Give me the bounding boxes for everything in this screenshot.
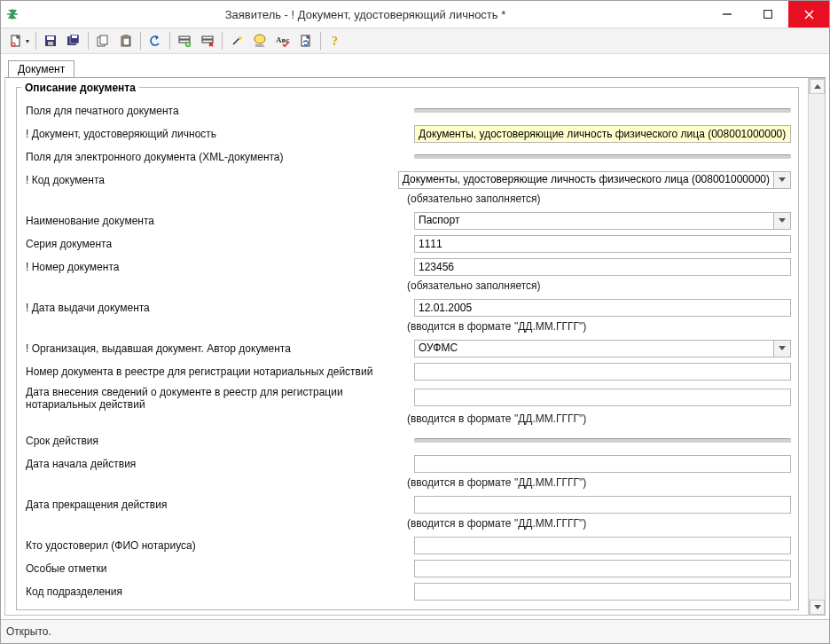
form-container: Описание документа Поля для печатного до… bbox=[4, 78, 826, 616]
issue-date-input[interactable] bbox=[414, 299, 791, 317]
hint-mandatory: (обязательно заполняется) bbox=[407, 279, 791, 295]
label-certifier: Кто удостоверил (ФИО нотариуса) bbox=[26, 539, 414, 552]
svg-rect-19 bbox=[179, 36, 190, 39]
start-date-input[interactable] bbox=[414, 455, 791, 473]
hint-mandatory: (обязательно заполняется) bbox=[407, 192, 791, 208]
label-doc-code: ! Код документа bbox=[26, 174, 398, 186]
svg-rect-18 bbox=[123, 35, 129, 37]
scroll-up-icon[interactable] bbox=[810, 79, 825, 94]
new-doc-button[interactable] bbox=[5, 31, 27, 51]
svg-rect-9 bbox=[47, 36, 54, 40]
svg-point-29 bbox=[254, 35, 265, 43]
doc-name-value: Паспорт bbox=[415, 213, 773, 229]
add-row-button[interactable] bbox=[174, 31, 195, 51]
toolbar: ▾ XML Авс bbox=[1, 28, 829, 54]
label-doc-series: Серия документа bbox=[26, 238, 414, 250]
wand-button[interactable] bbox=[226, 31, 247, 51]
doc-series-input[interactable] bbox=[414, 235, 791, 253]
hint-date-format: (вводится в формате "ДД.ММ.ГГГГ") bbox=[407, 412, 791, 428]
issuer-org-value: ОУФМС bbox=[415, 341, 773, 357]
identity-doc-input[interactable] bbox=[414, 125, 791, 143]
label-doc-number: ! Номер документа bbox=[26, 261, 414, 273]
chevron-down-icon[interactable] bbox=[773, 341, 790, 357]
chevron-down-icon[interactable] bbox=[773, 172, 790, 188]
svg-rect-10 bbox=[48, 42, 53, 45]
save-all-button[interactable] bbox=[63, 31, 84, 51]
doc-code-combo[interactable]: Документы, удостоверяющие личность физич… bbox=[398, 171, 791, 189]
hint-date-format: (вводится в формате "ДД.ММ.ГГГГ") bbox=[407, 476, 791, 492]
paste-button[interactable] bbox=[115, 31, 137, 51]
label-issue-date: ! Дата выдачи документа bbox=[26, 302, 414, 314]
end-date-input[interactable] bbox=[414, 496, 791, 514]
status-text: Открыто. bbox=[6, 625, 51, 638]
label-print-fields: Поля для печатного документа bbox=[26, 105, 414, 117]
tab-document[interactable]: Документ bbox=[8, 60, 74, 78]
special-notes-input[interactable] bbox=[414, 560, 791, 577]
label-special-notes: Особые отметки bbox=[26, 562, 414, 575]
scroll-down-icon[interactable] bbox=[810, 600, 825, 615]
xml-button[interactable]: XML bbox=[249, 31, 270, 51]
label-registry-num: Номер документа в реестре для регистраци… bbox=[26, 365, 414, 378]
delete-row-button[interactable] bbox=[197, 31, 218, 51]
undo-button[interactable] bbox=[145, 31, 166, 51]
outer-scrollbar[interactable] bbox=[810, 79, 825, 615]
svg-text:XML: XML bbox=[254, 43, 264, 48]
label-start-date: Дата начала действия bbox=[26, 458, 414, 470]
window-controls bbox=[707, 1, 829, 27]
svg-rect-15 bbox=[100, 35, 107, 44]
hint-date-format: (вводится в формате "ДД.ММ.ГГГГ") bbox=[407, 320, 791, 336]
doc-name-combo[interactable]: Паспорт bbox=[414, 212, 791, 230]
registry-num-input[interactable] bbox=[414, 363, 791, 381]
status-bar: Открыто. bbox=[1, 619, 829, 643]
svg-rect-25 bbox=[202, 40, 213, 43]
help-button[interactable]: ? bbox=[325, 31, 346, 51]
label-subdiv-code: Код подразделения bbox=[26, 585, 414, 598]
label-xml-fields: Поля для электронного документа (XML-док… bbox=[26, 151, 414, 163]
new-doc-dropdown[interactable]: ▾ bbox=[26, 37, 33, 45]
title-bar: Заявитель - ! Документ, удостоверяющий л… bbox=[1, 1, 829, 28]
label-doc-name: Наименование документа bbox=[26, 215, 414, 227]
copy-button[interactable] bbox=[92, 31, 114, 51]
doc-number-input[interactable] bbox=[414, 258, 791, 276]
label-issuer-org: ! Организация, выдавшая документ. Автор … bbox=[26, 342, 414, 355]
window-title: Заявитель - ! Документ, удостоверяющий л… bbox=[24, 8, 707, 21]
hint-date-format: (вводится в формате "ДД.ММ.ГГГГ") bbox=[407, 517, 791, 533]
chevron-down-icon[interactable] bbox=[773, 213, 790, 229]
label-end-date: Дата прекращения действия bbox=[26, 499, 414, 511]
minimize-button[interactable] bbox=[707, 1, 748, 27]
separator bbox=[414, 108, 791, 114]
svg-rect-24 bbox=[202, 36, 213, 39]
label-identity-doc: ! Документ, удостоверяющий личность bbox=[26, 128, 414, 140]
subdiv-code-input[interactable] bbox=[414, 583, 791, 601]
doc-code-value: Документы, удостоверяющие личность физич… bbox=[399, 172, 773, 188]
close-button[interactable] bbox=[788, 1, 829, 27]
separator bbox=[414, 438, 791, 444]
separator bbox=[414, 154, 791, 160]
group-title: Описание документа bbox=[21, 82, 139, 94]
label-validity: Срок действия bbox=[26, 435, 414, 447]
certifier-input[interactable] bbox=[414, 537, 791, 554]
app-icon bbox=[1, 8, 24, 20]
svg-text:?: ? bbox=[332, 35, 338, 48]
main-panel: Описание документа Поля для печатного до… bbox=[4, 77, 826, 616]
svg-rect-1 bbox=[764, 11, 772, 19]
save-button[interactable] bbox=[40, 31, 61, 51]
tab-row: Документ bbox=[1, 54, 829, 77]
issuer-org-combo[interactable]: ОУФМС bbox=[414, 340, 791, 357]
maximize-button[interactable] bbox=[748, 1, 788, 27]
svg-rect-13 bbox=[72, 35, 77, 38]
refresh-doc-button[interactable] bbox=[295, 31, 317, 51]
spellcheck-button[interactable]: Авс bbox=[272, 31, 294, 51]
label-registry-date: Дата внесения сведений о документе в рее… bbox=[26, 384, 414, 411]
registry-date-input[interactable] bbox=[414, 389, 791, 406]
svg-rect-17 bbox=[123, 38, 129, 45]
app-window: Заявитель - ! Документ, удостоверяющий л… bbox=[0, 0, 830, 644]
